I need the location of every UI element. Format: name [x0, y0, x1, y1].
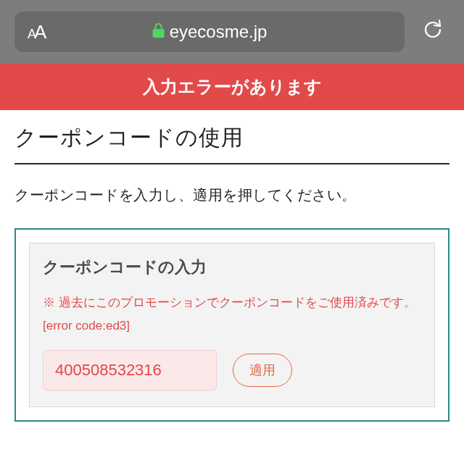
panel-title: クーポンコードの入力	[43, 256, 421, 278]
browser-toolbar: AA eyecosme.jp	[0, 0, 464, 64]
url-text: eyecosme.jp	[170, 22, 268, 42]
coupon-code-input[interactable]	[43, 350, 217, 391]
page-title: クーポンコードの使用	[14, 110, 450, 163]
coupon-panel-wrapper: クーポンコードの入力 ※ 過去にこのプロモーションでクーポンコードをご使用済みで…	[14, 228, 450, 422]
coupon-error-message: ※ 過去にこのプロモーションでクーポンコードをご使用済みです。[error co…	[43, 291, 421, 338]
instruction-text: クーポンコードを入力し、適用を押してください。	[14, 183, 450, 206]
title-divider	[14, 163, 450, 164]
text-size-control[interactable]: AA	[14, 21, 44, 43]
main-content: クーポンコードの使用 クーポンコードを入力し、適用を押してください。 クーポンコ…	[0, 110, 464, 422]
input-row: 適用	[43, 350, 421, 391]
apply-button[interactable]: 適用	[233, 354, 292, 387]
error-banner: 入力エラーがあります	[0, 64, 464, 110]
refresh-button[interactable]	[416, 17, 450, 47]
address-bar[interactable]: AA eyecosme.jp	[14, 12, 405, 52]
text-size-large: A	[34, 21, 44, 43]
coupon-panel: クーポンコードの入力 ※ 過去にこのプロモーションでクーポンコードをご使用済みで…	[29, 243, 435, 407]
lock-icon	[152, 23, 165, 41]
url-display: eyecosme.jp	[152, 22, 268, 42]
text-size-small: A	[28, 27, 34, 42]
